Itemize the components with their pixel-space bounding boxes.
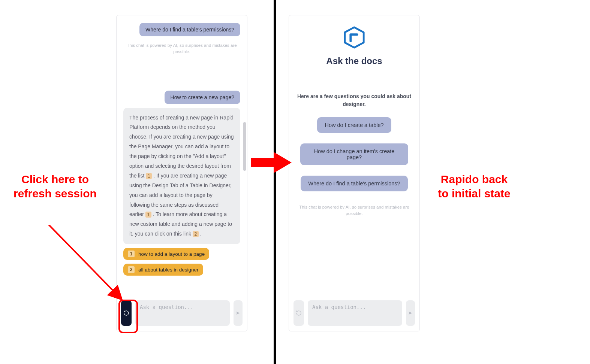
reference-link[interactable]: 1 how to add a layout to a page — [123, 248, 209, 260]
page-divider — [274, 0, 276, 364]
input-dock — [117, 296, 247, 331]
send-button[interactable] — [234, 300, 243, 326]
spacer — [123, 64, 240, 87]
reference-number: 2 — [128, 266, 135, 273]
question-input[interactable] — [135, 300, 230, 326]
refresh-icon — [123, 310, 129, 316]
ai-text: . If you are creating a new page using t… — [129, 173, 232, 218]
ai-text: . — [200, 231, 202, 237]
send-button[interactable] — [406, 300, 415, 326]
send-icon — [236, 310, 240, 316]
hero-title: Ask the docs — [326, 56, 382, 66]
citation-badge[interactable]: 2 — [193, 231, 199, 237]
citation-badge[interactable]: 1 — [146, 173, 152, 179]
reference-label: how to add a layout to a page — [138, 251, 205, 257]
input-dock — [289, 296, 419, 331]
reference-number: 1 — [128, 251, 135, 257]
hero: Ask the docs — [296, 23, 413, 89]
reference-link[interactable]: 2 all about tables in designer — [123, 264, 203, 276]
citation-badge[interactable]: 1 — [145, 212, 151, 218]
refresh-session-button[interactable] — [121, 300, 132, 326]
send-icon — [408, 310, 413, 316]
svg-marker-0 — [345, 27, 364, 48]
user-message: Where do I find a table's permissions? — [139, 23, 240, 36]
annotation-text-left: Click here to refresh session — [12, 172, 98, 200]
app-logo-icon — [343, 26, 366, 49]
question-input[interactable] — [308, 300, 402, 326]
suggested-question[interactable]: How do I change an item's create page? — [300, 143, 408, 165]
chat-scroll-area[interactable]: Where do I find a table's permissions? T… — [117, 15, 247, 296]
ai-message: The process of creating a new page in Ra… — [123, 108, 240, 245]
svg-line-1 — [49, 225, 122, 300]
refresh-session-button[interactable] — [294, 300, 304, 326]
scrollbar-thumb[interactable] — [243, 122, 246, 171]
annotation-text-right: Rapido back to initial state — [435, 172, 514, 200]
ai-disclaimer: This chat is powered by AI, so surprises… — [296, 202, 413, 222]
suggested-question[interactable]: How do I create a table? — [317, 117, 391, 133]
chat-scroll-area[interactable]: Ask the docs Here are a few questions yo… — [289, 15, 419, 296]
reference-label: all about tables in designer — [138, 267, 199, 273]
chat-panel-active: Where do I find a table's permissions? T… — [116, 15, 247, 331]
annotation-arrow-right-icon — [251, 152, 292, 173]
ai-disclaimer: This chat is powered by AI, so surprises… — [123, 40, 240, 61]
refresh-icon — [296, 310, 302, 316]
suggested-question[interactable]: Where do I find a table's permissions? — [301, 176, 407, 191]
hero-subtitle: Here are a few questions you could ask a… — [296, 92, 413, 108]
ai-text: The process of creating a new page in Ra… — [129, 115, 234, 179]
user-message: How to create a new page? — [165, 91, 240, 104]
chat-panel-initial: Ask the docs Here are a few questions yo… — [289, 15, 420, 331]
